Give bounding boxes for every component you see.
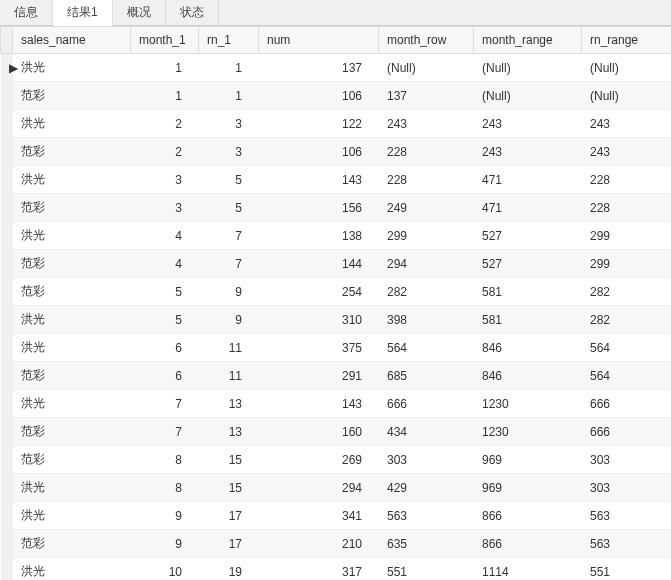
cell-month-1: 9 [131,502,199,530]
cell-sales-name: 洪光 [13,222,131,250]
cell-num: 210 [259,530,379,558]
cell-num: 137 [259,54,379,82]
row-marker [1,390,13,418]
cell-rn-range: 564 [582,362,672,390]
cell-rn-range: 228 [582,194,672,222]
table-row[interactable]: 洪光35143228471228 [1,166,672,194]
cell-month-row: (Null) [379,54,474,82]
cell-rn-1: 9 [199,306,259,334]
cell-rn-1: 5 [199,194,259,222]
cell-num: 375 [259,334,379,362]
cell-rn-range: 282 [582,278,672,306]
col-month-range[interactable]: month_range [474,27,582,54]
table-row[interactable]: 洪光23122243243243 [1,110,672,138]
cell-month-row: 299 [379,222,474,250]
col-month-row[interactable]: month_row [379,27,474,54]
row-marker [1,82,13,110]
cell-num: 144 [259,250,379,278]
table-row[interactable]: 洪光59310398581282 [1,306,672,334]
cell-month-1: 10 [131,558,199,581]
cell-rn-range: 282 [582,306,672,334]
cell-rn-1: 1 [199,82,259,110]
cell-rn-range: 563 [582,502,672,530]
cell-rn-1: 5 [199,166,259,194]
cell-month-1: 3 [131,166,199,194]
table-row[interactable]: ▶洪光11137(Null)(Null)(Null) [1,54,672,82]
table-row[interactable]: 范彩7131604341230666 [1,418,672,446]
col-rn-1[interactable]: rn_1 [199,27,259,54]
cell-rn-range: 228 [582,166,672,194]
table-row[interactable]: 范彩11106137(Null)(Null) [1,82,672,110]
cell-month-row: 429 [379,474,474,502]
cell-sales-name: 洪光 [13,334,131,362]
tab-overview[interactable]: 概况 [113,0,166,25]
cell-rn-1: 7 [199,222,259,250]
cell-month-row: 228 [379,138,474,166]
cell-num: 106 [259,138,379,166]
row-marker [1,530,13,558]
table-row[interactable]: 范彩47144294527299 [1,250,672,278]
table-row[interactable]: 洪光917341563866563 [1,502,672,530]
cell-num: 317 [259,558,379,581]
cell-sales-name: 范彩 [13,278,131,306]
table-row[interactable]: 范彩815269303969303 [1,446,672,474]
cell-month-1: 8 [131,474,199,502]
col-month-1[interactable]: month_1 [131,27,199,54]
cell-num: 156 [259,194,379,222]
tab-status[interactable]: 状态 [166,0,219,25]
table-row[interactable]: 洪光10193175511114551 [1,558,672,581]
cell-month-1: 4 [131,222,199,250]
cell-rn-1: 3 [199,138,259,166]
cell-num: 143 [259,390,379,418]
table-row[interactable]: 范彩35156249471228 [1,194,672,222]
row-marker [1,502,13,530]
col-sales-name[interactable]: sales_name [13,27,131,54]
col-num[interactable]: num [259,27,379,54]
col-rn-range[interactable]: rn_range [582,27,672,54]
table-row[interactable]: 范彩23106228243243 [1,138,672,166]
table-row[interactable]: 洪光611375564846564 [1,334,672,362]
cell-num: 294 [259,474,379,502]
tab-result1[interactable]: 结果1 [53,0,113,26]
cell-month-1: 9 [131,530,199,558]
table-row[interactable]: 洪光815294429969303 [1,474,672,502]
cell-month-range: 471 [474,166,582,194]
cell-month-1: 1 [131,82,199,110]
cell-month-1: 8 [131,446,199,474]
result-grid[interactable]: sales_name month_1 rn_1 num month_row mo… [0,26,671,580]
cell-num: 341 [259,502,379,530]
cell-rn-1: 11 [199,334,259,362]
tab-info[interactable]: 信息 [0,0,53,25]
cell-num: 143 [259,166,379,194]
cell-month-1: 5 [131,306,199,334]
table-row[interactable]: 范彩59254282581282 [1,278,672,306]
cell-rn-range: 564 [582,334,672,362]
cell-num: 291 [259,362,379,390]
row-marker [1,110,13,138]
cell-sales-name: 洪光 [13,390,131,418]
cell-month-range: 1230 [474,390,582,418]
cell-num: 138 [259,222,379,250]
cell-month-row: 398 [379,306,474,334]
cell-month-row: 282 [379,278,474,306]
table-row[interactable]: 范彩917210635866563 [1,530,672,558]
row-marker [1,194,13,222]
cell-rn-1: 15 [199,446,259,474]
cell-month-row: 635 [379,530,474,558]
cell-month-row: 551 [379,558,474,581]
cell-month-range: 969 [474,474,582,502]
cell-rn-1: 15 [199,474,259,502]
cell-month-row: 294 [379,250,474,278]
cell-rn-1: 1 [199,54,259,82]
row-marker [1,446,13,474]
row-marker [1,278,13,306]
cell-month-1: 4 [131,250,199,278]
table-row[interactable]: 洪光7131436661230666 [1,390,672,418]
cell-month-row: 137 [379,82,474,110]
table-row[interactable]: 洪光47138299527299 [1,222,672,250]
row-marker [1,306,13,334]
table-row[interactable]: 范彩611291685846564 [1,362,672,390]
cell-num: 106 [259,82,379,110]
cell-month-range: (Null) [474,54,582,82]
cell-month-1: 6 [131,362,199,390]
